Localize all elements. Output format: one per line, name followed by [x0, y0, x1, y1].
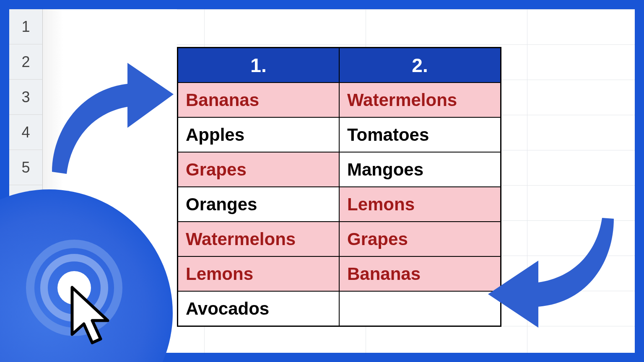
row-header[interactable]: 2: [9, 44, 43, 80]
row-header[interactable]: 3: [9, 80, 43, 115]
thumbnail-frame: 1 2 3 4 5 6 1. 2. Bananas Watermelons Ap…: [0, 0, 644, 362]
column-header-1[interactable]: 1.: [178, 48, 339, 83]
table-row: Watermelons Grapes: [178, 222, 501, 256]
row-header[interactable]: 1: [9, 9, 43, 44]
cell[interactable]: Oranges: [178, 187, 339, 222]
cell[interactable]: Bananas: [339, 256, 501, 291]
cell[interactable]: Mangoes: [339, 152, 501, 187]
cell[interactable]: Avocados: [178, 291, 339, 326]
row-header[interactable]: 4: [9, 115, 43, 150]
cell[interactable]: Tomatoes: [339, 117, 501, 152]
cell[interactable]: Bananas: [178, 83, 339, 117]
table-row: Avocados: [178, 291, 501, 326]
table-row: Oranges Lemons: [178, 187, 501, 222]
column-header-2[interactable]: 2.: [339, 48, 501, 83]
row-header[interactable]: 5: [9, 150, 43, 185]
table-row: Bananas Watermelons: [178, 83, 501, 117]
table-header-row: 1. 2.: [178, 48, 501, 83]
cell[interactable]: Lemons: [178, 256, 339, 291]
cell[interactable]: Apples: [178, 117, 339, 152]
cell[interactable]: [339, 291, 501, 326]
table-row: Apples Tomatoes: [178, 117, 501, 152]
cell[interactable]: Watermelons: [339, 83, 501, 117]
table-row: Grapes Mangoes: [178, 152, 501, 187]
cell[interactable]: Watermelons: [178, 222, 339, 256]
cell[interactable]: Grapes: [178, 152, 339, 187]
cell[interactable]: Lemons: [339, 187, 501, 222]
table-row: Lemons Bananas: [178, 256, 501, 291]
spreadsheet-area: 1 2 3 4 5 6 1. 2. Bananas Watermelons Ap…: [9, 9, 635, 353]
comparison-table: 1. 2. Bananas Watermelons Apples Tomatoe…: [177, 47, 501, 327]
cell[interactable]: Grapes: [339, 222, 501, 256]
row-header-column: 1 2 3 4 5 6: [9, 9, 43, 220]
